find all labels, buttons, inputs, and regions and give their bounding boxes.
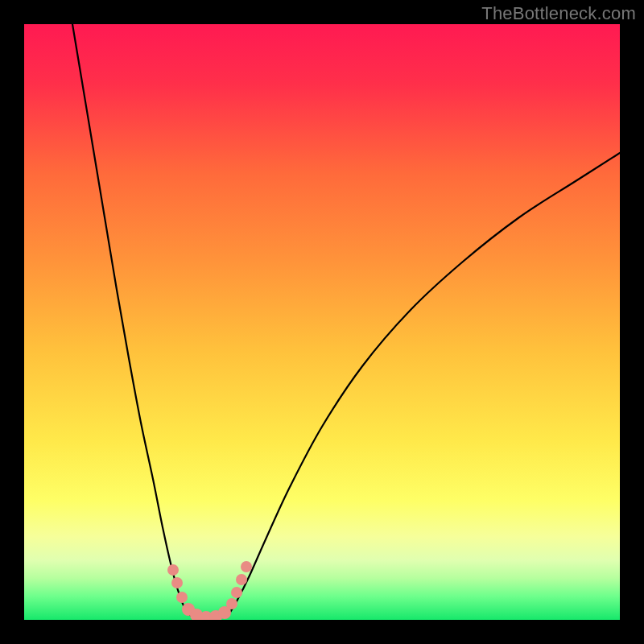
bottleneck-curve xyxy=(24,24,620,620)
highlight-dot xyxy=(226,598,237,609)
highlight-dot xyxy=(167,564,179,576)
highlight-dots xyxy=(167,561,252,620)
plot-area xyxy=(24,24,620,620)
highlight-dot xyxy=(171,577,183,588)
highlight-dot xyxy=(241,561,252,572)
highlight-dot xyxy=(231,587,242,598)
watermark-text: TheBottleneck.com xyxy=(481,3,636,24)
highlight-dot xyxy=(236,574,247,585)
curve-line xyxy=(72,24,620,618)
outer-frame: TheBottleneck.com xyxy=(0,0,644,644)
highlight-dot xyxy=(176,592,188,603)
